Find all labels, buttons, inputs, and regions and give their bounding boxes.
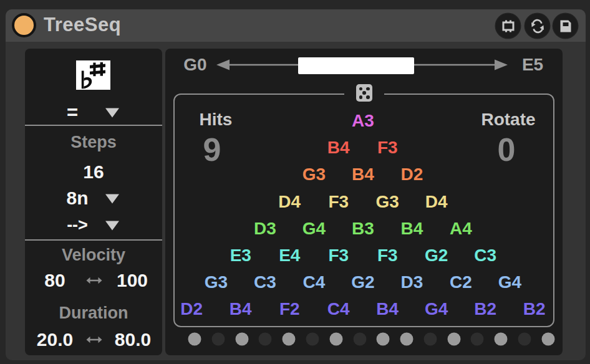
titlebar: TreeSeq [6, 9, 586, 42]
dice-pip [362, 91, 366, 95]
tree-note: G3 [302, 166, 326, 183]
step-dot-inactive [211, 333, 225, 346]
rotate-value[interactable]: 0 [498, 133, 516, 166]
flat-sharp-icon [76, 60, 110, 90]
tree-note: G2 [425, 247, 448, 264]
step-dot-inactive [423, 333, 437, 346]
velocity-label: Velocity [25, 247, 162, 264]
step-dot-inactive [306, 333, 319, 346]
step-dot-inactive [518, 333, 531, 346]
rotate-label: Rotate [481, 111, 535, 128]
tree-note: B4 [376, 300, 399, 318]
device-activity-toggle[interactable] [12, 13, 36, 37]
tree-note: C4 [303, 274, 326, 291]
parameters-panel: = Steps 16 8n --> Velocity 80 100 Durati… [25, 49, 162, 355]
step-dot-inactive [259, 333, 272, 346]
tree-note: G3 [376, 193, 399, 211]
tree-note: D2 [401, 166, 423, 183]
step-dot-inactive [471, 333, 484, 346]
hits-value[interactable]: 9 [203, 133, 221, 166]
tree-note: D3 [401, 274, 423, 291]
tree-note: F2 [279, 300, 300, 318]
rate-value[interactable]: 8n [66, 189, 88, 208]
steps-label: Steps [25, 134, 162, 151]
device-title: TreeSeq [44, 15, 121, 34]
tree-note: C3 [254, 274, 276, 291]
separator [25, 239, 162, 241]
tree-note: B4 [230, 300, 252, 318]
step-dot-inactive [353, 333, 366, 346]
velocity-min-value[interactable]: 80 [44, 271, 65, 290]
rate-dropdown-arrow-icon[interactable] [105, 194, 119, 204]
tree-note: D4 [425, 193, 448, 211]
dice-pip [359, 87, 363, 91]
step-dot-active [447, 333, 460, 346]
tree-note: E3 [230, 247, 251, 264]
save-icon [558, 19, 573, 34]
tree-note: F3 [328, 247, 349, 264]
tree-note: B3 [352, 220, 374, 237]
hits-label: Hits [200, 111, 233, 128]
tree-note: A4 [450, 220, 472, 237]
step-dot-active [329, 333, 342, 346]
duration-max-value[interactable]: 80.0 [115, 330, 151, 349]
tree-note: B2 [474, 300, 496, 318]
frame-icon [501, 19, 516, 34]
duration-min-value[interactable]: 20.0 [37, 330, 73, 349]
tree-note: G3 [205, 274, 228, 291]
note-range-slider[interactable] [298, 57, 414, 74]
direction-dropdown-arrow-icon[interactable] [105, 221, 119, 231]
tree-note: F3 [377, 247, 398, 264]
sequence-panel: G0 E5 Hits 9 Rotate 0 A3B4F3G3B4D2D4F3G [165, 49, 563, 355]
tree-note: E4 [279, 247, 300, 264]
step-dot-active [235, 333, 248, 346]
scale-mode-value[interactable]: = [67, 103, 78, 122]
left-right-arrow-icon [86, 275, 103, 285]
tree-note: G2 [351, 274, 374, 291]
tree-note: D3 [254, 220, 276, 237]
dice-pip [366, 87, 370, 91]
direction-value[interactable]: --> [67, 217, 88, 234]
step-dot-active [495, 333, 508, 346]
scale-dropdown-arrow-icon[interactable] [105, 108, 119, 118]
tree-note: G4 [498, 274, 521, 291]
separator [25, 125, 162, 126]
treeseq-device: TreeSeq [6, 9, 586, 360]
sync-icon [530, 19, 545, 34]
tree-note: B4 [327, 139, 350, 156]
tree-note: B4 [352, 166, 374, 183]
tree-note: G4 [302, 220, 326, 237]
dice-pip [359, 95, 363, 99]
tree-note: C4 [327, 300, 350, 318]
tree-note: A3 [352, 112, 374, 130]
tree-note: F3 [328, 193, 349, 211]
step-dot-active [188, 333, 201, 346]
tree-note: B4 [401, 220, 423, 237]
save-button[interactable] [553, 14, 578, 38]
regenerate-button[interactable] [525, 14, 549, 38]
duration-label: Duration [25, 305, 162, 322]
range-low-value[interactable]: G0 [183, 56, 206, 74]
step-dot-active [541, 333, 554, 346]
left-right-arrow-icon [86, 335, 103, 345]
tree-note: C3 [474, 247, 496, 264]
tree-note: C2 [450, 274, 472, 291]
dice-randomize-button[interactable] [356, 84, 372, 102]
velocity-max-value[interactable]: 100 [117, 271, 148, 290]
key-signature-button[interactable] [76, 60, 110, 90]
tree-note: F3 [377, 139, 398, 156]
tree-note: D2 [180, 300, 203, 318]
tree-note: G4 [425, 300, 448, 318]
tree-note: B2 [523, 300, 546, 318]
screen: TreeSeq [0, 0, 590, 364]
presentation-mode-button[interactable] [496, 14, 520, 38]
tree-note: D4 [278, 193, 301, 211]
range-high-value[interactable]: E5 [522, 56, 543, 74]
step-dot-active [377, 333, 390, 346]
step-dot-active [400, 333, 413, 346]
steps-count-value[interactable]: 16 [83, 163, 104, 181]
dice-pip [366, 95, 370, 99]
step-dot-active [283, 333, 296, 346]
